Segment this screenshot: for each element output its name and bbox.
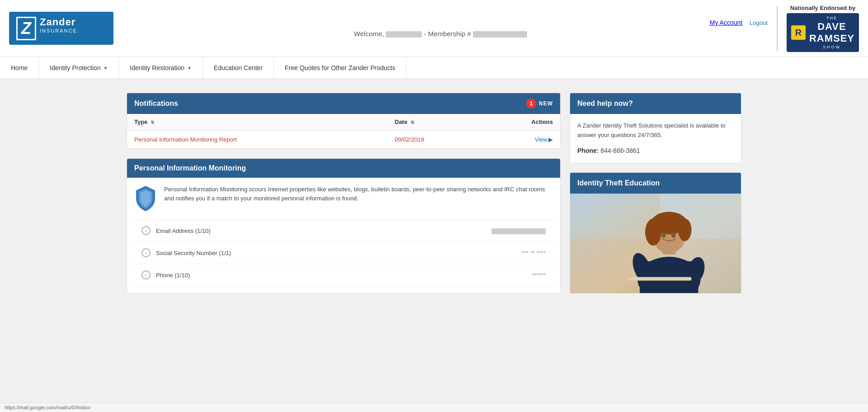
- left-column: Notifications 1 NEW Type ⇅ Date ⇅ Action…: [127, 93, 561, 303]
- help-body: A Zander Identity Theft Solutions specia…: [570, 114, 741, 163]
- pim-ssn-item: ✓ Social Security Number (1/1) *** ** **…: [134, 242, 553, 264]
- chevron-down-icon: ▼: [187, 66, 192, 71]
- membership-blurred: [473, 31, 527, 38]
- education-image: [570, 194, 741, 293]
- pim-ssn-value: *** ** ****: [522, 250, 546, 256]
- ramsey-r-logo: R: [791, 25, 806, 40]
- col-date: Date ⇅: [395, 118, 485, 125]
- right-column: Need help now? A Zander Identity Theft S…: [570, 93, 741, 303]
- ramsey-text: THE DAVE RAMSEY SHOW: [809, 16, 854, 49]
- pim-email-label: Email Address (1/10): [156, 227, 211, 234]
- svg-point-14: [671, 232, 676, 238]
- header-divider: [777, 6, 778, 51]
- table-row: Personal Information Monitoring Report 0…: [127, 130, 560, 149]
- education-panel: Identity Theft Education: [570, 172, 741, 294]
- check-circle-icon: ✓: [142, 226, 151, 235]
- notifications-title: Notifications: [134, 99, 178, 108]
- pim-ssn-label: Social Security Number (1/1): [156, 250, 231, 256]
- nav-identity-restoration[interactable]: Identity Restoration ▼: [119, 57, 203, 79]
- notifications-table-header: Type ⇅ Date ⇅ Actions: [127, 114, 560, 130]
- arrow-right-icon: ▶: [548, 136, 553, 143]
- dave-box: R THE DAVE RAMSEY SHOW: [787, 13, 859, 52]
- my-account-link[interactable]: My Account: [710, 19, 742, 26]
- pim-phone-value: ******: [532, 272, 546, 279]
- new-badge: 1 NEW: [526, 99, 553, 109]
- nav-identity-protection[interactable]: Identity Protection ▼: [39, 57, 119, 79]
- username-blurred: [386, 31, 422, 38]
- pim-body: Personal Information Monitoring scours I…: [127, 178, 560, 294]
- help-panel: Need help now? A Zander Identity Theft S…: [570, 93, 741, 163]
- badge-count: 1: [526, 99, 536, 109]
- help-phone: Phone: 844-866-3861: [577, 146, 734, 156]
- help-description: A Zander Identity Theft Solutions specia…: [577, 121, 734, 140]
- sort-date-icon[interactable]: ⇅: [410, 120, 414, 125]
- pim-intro: Personal Information Monitoring scours I…: [134, 185, 553, 220]
- logo-sub: INSURANCE.: [40, 28, 106, 33]
- logout-link[interactable]: Logout: [750, 19, 768, 26]
- nav-free-quotes[interactable]: Free Quotes for Other Zander Products: [274, 57, 406, 79]
- pim-header: Personal Information Monitoring: [127, 159, 560, 178]
- pim-email-value: [491, 227, 546, 234]
- main-content: Notifications 1 NEW Type ⇅ Date ⇅ Action…: [118, 93, 750, 303]
- logo-brand: Zander: [40, 16, 106, 28]
- col-type: Type ⇅: [134, 118, 395, 125]
- pim-ssn-left: ✓ Social Security Number (1/1): [142, 248, 231, 257]
- pim-phone-left: ✓ Phone (1/10): [142, 270, 190, 279]
- main-nav: Home Identity Protection ▼ Identity Rest…: [0, 57, 868, 79]
- notifications-panel: Notifications 1 NEW Type ⇅ Date ⇅ Action…: [127, 93, 561, 149]
- svg-point-13: [661, 232, 666, 238]
- col-actions: Actions: [485, 118, 553, 125]
- check-circle-icon: ✓: [142, 248, 151, 257]
- svg-rect-15: [628, 277, 691, 281]
- help-phone-number: 844-866-3861: [600, 147, 640, 154]
- top-links: My Account Logout: [710, 19, 768, 26]
- svg-point-12: [678, 219, 692, 242]
- chevron-down-icon: ▼: [103, 66, 108, 71]
- dave-ramsey-endorsement: Nationally Endorsed by R THE DAVE RAMSEY…: [787, 5, 859, 52]
- logo-z-letter: Z: [16, 17, 36, 40]
- education-illustration: [570, 194, 741, 293]
- badge-new-label: NEW: [539, 100, 553, 107]
- email-value-blurred: [491, 228, 546, 234]
- nav-home[interactable]: Home: [0, 57, 39, 79]
- nav-education-center[interactable]: Education Center: [203, 57, 274, 79]
- logo-idtheft: 🛡 ID THEFT PROTECTION: [40, 35, 106, 40]
- notification-type-link[interactable]: Personal Information Monitoring Report: [134, 136, 237, 143]
- check-circle-icon: ✓: [142, 270, 151, 279]
- svg-point-11: [645, 219, 661, 246]
- welcome-text: Welcome, - Membership #: [354, 30, 527, 38]
- notification-date: 09/02/2019: [395, 136, 485, 143]
- header-meta: My Account Logout Welcome, - Membership …: [113, 19, 768, 38]
- education-header: Identity Theft Education: [570, 173, 741, 194]
- pim-description: Personal Information Monitoring scours I…: [164, 185, 553, 203]
- page-header: Z Zander INSURANCE. 🛡 ID THEFT PROTECTIO…: [0, 0, 868, 57]
- notification-view-link[interactable]: View▶: [485, 136, 553, 143]
- sort-type-icon[interactable]: ⇅: [151, 120, 154, 125]
- notifications-header: Notifications 1 NEW: [127, 93, 560, 114]
- shield-icon: [134, 185, 157, 212]
- help-header: Need help now?: [570, 93, 741, 114]
- pim-panel: Personal Information Monitoring Personal…: [127, 158, 561, 294]
- pim-phone-label: Phone (1/10): [156, 272, 190, 279]
- pim-phone-item: ✓ Phone (1/10) ******: [134, 264, 553, 286]
- logo[interactable]: Z Zander INSURANCE. 🛡 ID THEFT PROTECTIO…: [9, 12, 113, 45]
- endorsed-text: Nationally Endorsed by: [787, 5, 859, 11]
- pim-email-item: ✓ Email Address (1/10): [134, 220, 553, 242]
- pim-email-left: ✓ Email Address (1/10): [142, 226, 211, 235]
